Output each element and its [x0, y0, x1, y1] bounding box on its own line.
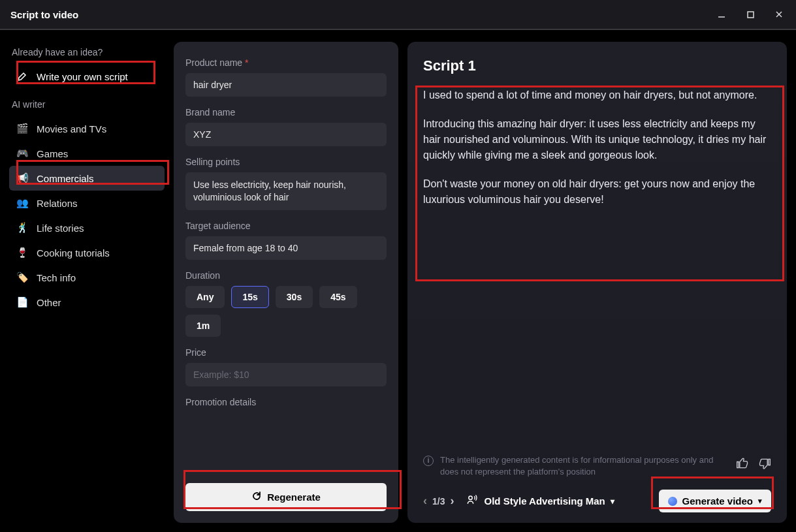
duration-chip-45s[interactable]: 45s: [319, 286, 357, 308]
sparkle-icon: [668, 497, 677, 506]
form-panel: Product name * Brand name Selling points…: [174, 42, 398, 523]
sidebar-item-games[interactable]: 🎮 Games: [9, 141, 165, 166]
category-icon: 🎮: [16, 147, 29, 160]
sidebar-prompt-label: Already have an idea?: [12, 47, 165, 57]
sidebar-item-label: Movies and TVs: [37, 123, 106, 134]
disclaimer-row: i The intelligently generated content is…: [423, 454, 771, 478]
sidebar-item-label: Life stories: [37, 223, 84, 234]
write-own-script-label: Write your own script: [37, 71, 128, 82]
thumbs-up-button[interactable]: [736, 457, 749, 470]
brand-name-label: Brand name: [185, 107, 387, 117]
sidebar: Already have an idea? Write your own scr…: [9, 42, 165, 523]
maximize-button[interactable]: [744, 8, 757, 21]
sidebar-item-label: Commercials: [37, 173, 94, 184]
chevron-down-icon: ▾: [611, 497, 614, 506]
sidebar-item-label: Tech info: [37, 272, 76, 283]
sidebar-item-label: Other: [37, 297, 61, 308]
close-button[interactable]: [772, 8, 786, 21]
duration-chip-any[interactable]: Any: [185, 286, 225, 308]
refresh-icon: [251, 491, 262, 503]
script-panel: Script 1 I used to spend a lot of time a…: [407, 42, 787, 523]
title-bar: Script to video: [0, 0, 796, 30]
voice-name: Old Style Advertising Man: [484, 495, 605, 507]
pencil-icon: [16, 70, 29, 83]
duration-chip-30s[interactable]: 30s: [276, 286, 313, 308]
script-pager: ‹ 1/3 ›: [423, 494, 454, 508]
svg-rect-1: [748, 12, 754, 18]
minimize-button[interactable]: [715, 8, 728, 21]
script-paragraph: Don't waste your money on old hair dryer…: [423, 176, 771, 208]
script-paragraph: I used to spend a lot of time and money …: [423, 87, 771, 103]
sidebar-item-commercials[interactable]: 📢 Commercials: [9, 166, 165, 191]
target-audience-input[interactable]: [185, 236, 387, 260]
target-audience-label: Target audience: [185, 221, 387, 231]
category-icon: 📄: [16, 296, 29, 309]
ai-writer-label: AI writer: [12, 99, 165, 110]
script-footer: ‹ 1/3 › Old Style Advertising Man ▾ Gene…: [423, 490, 771, 512]
brand-name-input[interactable]: [185, 123, 387, 146]
script-heading: Script 1: [423, 57, 771, 74]
promotion-details-label: Promotion details: [185, 397, 387, 407]
sidebar-item-relations[interactable]: 👥 Relations: [9, 191, 165, 215]
pager-prev-button[interactable]: ‹: [423, 494, 427, 508]
svg-point-4: [469, 496, 472, 499]
duration-label: Duration: [185, 270, 387, 281]
price-label: Price: [185, 347, 387, 358]
selling-points-label: Selling points: [185, 157, 387, 167]
chevron-down-icon: ▾: [758, 497, 762, 505]
voice-selector[interactable]: Old Style Advertising Man ▾: [466, 493, 614, 509]
write-own-script-button[interactable]: Write your own script: [9, 64, 165, 89]
generate-video-button[interactable]: Generate video ▾: [659, 490, 771, 512]
duration-chip-row: Any15s30s45s1m: [185, 286, 387, 337]
sidebar-item-movies-and-tvs[interactable]: 🎬 Movies and TVs: [9, 116, 165, 141]
window-title: Script to video: [10, 9, 78, 20]
sidebar-item-label: Games: [37, 148, 68, 159]
pager-text: 1/3: [432, 496, 445, 507]
sidebar-item-label: Relations: [37, 198, 78, 209]
script-body: I used to spend a lot of time and money …: [423, 87, 771, 221]
sidebar-item-other[interactable]: 📄 Other: [9, 290, 165, 315]
duration-chip-15s[interactable]: 15s: [231, 286, 268, 308]
product-name-label: Product name *: [185, 57, 387, 68]
generate-video-label: Generate video: [682, 495, 753, 507]
category-icon: 📢: [16, 172, 29, 185]
category-icon: 🎬: [16, 122, 29, 135]
category-icon: 🏷️: [16, 271, 29, 284]
category-icon: 🍷: [16, 246, 29, 259]
regenerate-label: Regenerate: [267, 492, 321, 503]
script-paragraph: Introducing this amazing hair dryer: it …: [423, 116, 771, 163]
category-icon: 🕺: [16, 221, 29, 234]
sidebar-item-life-stories[interactable]: 🕺 Life stories: [9, 215, 165, 240]
selling-points-input[interactable]: Use less electricity, keep hair nourish,…: [185, 172, 387, 210]
sidebar-item-tech-info[interactable]: 🏷️ Tech info: [9, 265, 165, 290]
price-input[interactable]: [185, 363, 387, 386]
pager-next-button[interactable]: ›: [450, 494, 454, 508]
window-controls: [715, 8, 786, 21]
voice-icon: [466, 493, 479, 509]
sidebar-item-cooking-tutorials[interactable]: 🍷 Cooking tutorials: [9, 240, 165, 265]
product-name-input[interactable]: [185, 73, 387, 97]
category-icon: 👥: [16, 196, 29, 210]
regenerate-button[interactable]: Regenerate: [185, 483, 387, 511]
duration-chip-1m[interactable]: 1m: [185, 315, 221, 337]
sidebar-item-label: Cooking tutorials: [37, 247, 110, 258]
thumbs-down-button[interactable]: [758, 457, 771, 470]
disclaimer-text: The intelligently generated content is f…: [440, 454, 725, 478]
info-icon: i: [423, 456, 434, 466]
